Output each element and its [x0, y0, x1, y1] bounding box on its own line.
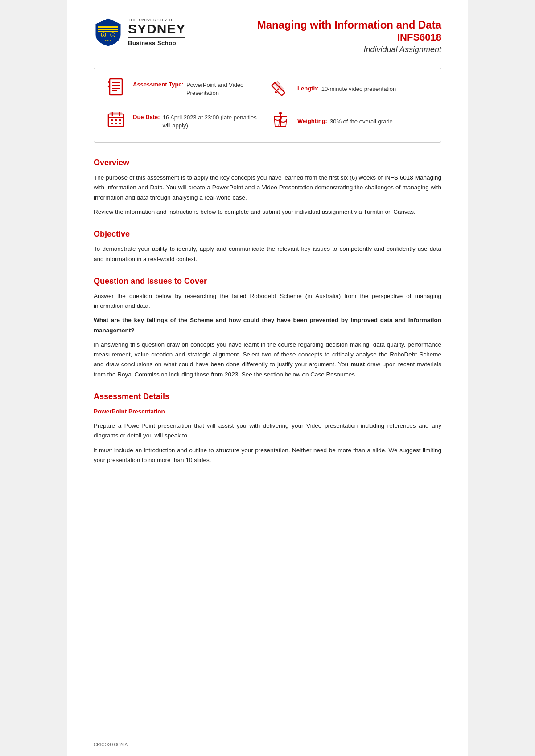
length-value: 10-minute video presentation — [321, 85, 396, 93]
svg-rect-1 — [98, 29, 118, 30]
and-underline: and — [245, 184, 255, 191]
svg-text:✦: ✦ — [103, 34, 105, 37]
overview-section: Overview The purpose of this assessment … — [94, 158, 441, 217]
info-box: Assessment Type: PowerPoint and Video Pr… — [94, 68, 441, 143]
svg-rect-2 — [98, 31, 118, 32]
course-code: INFS6018 — [194, 32, 441, 43]
course-title: Managing with Information and Data — [194, 18, 441, 32]
sydney-text: SYDNEY — [128, 22, 185, 36]
assessment-type-row: Assessment Type: PowerPoint and Video Pr… — [105, 77, 265, 101]
objective-body-text: To demonstrate your ability to identify,… — [94, 244, 441, 264]
question-title: Question and Issues to Cover — [94, 277, 441, 286]
checklist-icon — [106, 77, 126, 97]
weighting-content: Weighting: 30% of the overall grade — [297, 118, 393, 126]
length-icon — [270, 77, 291, 101]
svg-rect-27 — [119, 123, 121, 124]
objective-body: To demonstrate your ability to identify,… — [94, 244, 441, 264]
due-value: 16 April 2023 at 23:00 (late penalties w… — [163, 114, 265, 130]
assignment-type: Individual Assignment — [194, 45, 441, 54]
assessment-details-section: Assessment Details PowerPoint Presentati… — [94, 392, 441, 465]
question-para2: In answering this question draw on conce… — [94, 340, 441, 380]
weighting-row: Weighting: 30% of the overall grade — [270, 110, 430, 133]
assessment-details-title: Assessment Details — [94, 392, 441, 401]
svg-rect-23 — [115, 119, 117, 121]
assessment-details-body: PowerPoint Presentation Prepare a PowerP… — [94, 407, 441, 465]
question-para1: Answer the question below by researching… — [94, 291, 441, 311]
assessment-content: Assessment Type: PowerPoint and Video Pr… — [133, 81, 265, 97]
overview-title: Overview — [94, 158, 441, 168]
weighting-label: Weighting: — [297, 118, 327, 126]
weighting-icon — [270, 110, 291, 133]
length-label: Length: — [297, 85, 319, 93]
assessment-value: PowerPoint and Video Presentation — [186, 81, 265, 97]
length-content: Length: 10-minute video presentation — [297, 85, 396, 93]
assessment-label: Assessment Type: — [133, 81, 184, 97]
due-date-icon — [105, 110, 127, 133]
assessment-para1: Prepare a PowerPoint presentation that w… — [94, 421, 441, 441]
svg-rect-8 — [110, 79, 122, 95]
university-logo: ✦ ✦ ✦ ✦ ✦ — [94, 18, 123, 47]
length-row: Length: 10-minute video presentation — [270, 77, 430, 101]
assessment-para2: It must include an introduction and outl… — [94, 445, 441, 466]
scale-icon — [271, 110, 290, 129]
svg-text:✦: ✦ — [112, 34, 114, 37]
question-section: Question and Issues to Cover Answer the … — [94, 277, 441, 380]
objective-section: Objective To demonstrate your ability to… — [94, 229, 441, 264]
svg-line-33 — [274, 117, 275, 127]
svg-rect-28 — [110, 112, 122, 114]
svg-rect-26 — [115, 123, 117, 124]
due-date-row: Due Date: 16 April 2023 at 23:00 (late p… — [105, 110, 265, 133]
objective-title: Objective — [94, 229, 441, 239]
footer-cricos: CRICOS 00026A — [94, 742, 128, 747]
weighting-value: 30% of the overall grade — [330, 118, 393, 126]
due-date-content: Due Date: 16 April 2023 at 23:00 (late p… — [133, 114, 265, 130]
title-area: Managing with Information and Data INFS6… — [185, 18, 441, 54]
svg-line-36 — [286, 119, 287, 127]
svg-text:✦ ✦ ✦: ✦ ✦ ✦ — [105, 39, 111, 41]
divider — [128, 37, 185, 38]
svg-line-35 — [279, 119, 280, 127]
calendar-icon — [106, 110, 126, 129]
business-school-text: Business School — [128, 40, 185, 46]
overview-body: The purpose of this assessment is to app… — [94, 173, 441, 217]
university-name: THE UNIVERSITY OF SYDNEY Business School — [128, 18, 185, 46]
overview-para1: The purpose of this assessment is to app… — [94, 173, 441, 203]
header: ✦ ✦ ✦ ✦ ✦ THE UNIVERSITY OF SYDNEY Busin… — [94, 18, 441, 54]
assessment-icon — [105, 77, 127, 101]
question-sub-heading: What are the key failings of the Scheme … — [94, 315, 441, 335]
svg-rect-22 — [111, 119, 113, 121]
due-label: Due Date: — [133, 114, 160, 130]
svg-point-32 — [279, 112, 282, 114]
svg-rect-24 — [119, 119, 121, 121]
must-underline: must — [350, 361, 365, 368]
pencil-icon — [271, 77, 290, 97]
question-body: Answer the question below by researching… — [94, 291, 441, 380]
logo-area: ✦ ✦ ✦ ✦ ✦ THE UNIVERSITY OF SYDNEY Busin… — [94, 18, 185, 47]
svg-rect-0 — [98, 26, 118, 28]
page-container: ✦ ✦ ✦ ✦ ✦ THE UNIVERSITY OF SYDNEY Busin… — [67, 0, 468, 756]
svg-rect-25 — [111, 123, 113, 124]
overview-para2: Review the information and instructions … — [94, 207, 441, 217]
powerpoint-sub-title: PowerPoint Presentation — [94, 407, 441, 417]
